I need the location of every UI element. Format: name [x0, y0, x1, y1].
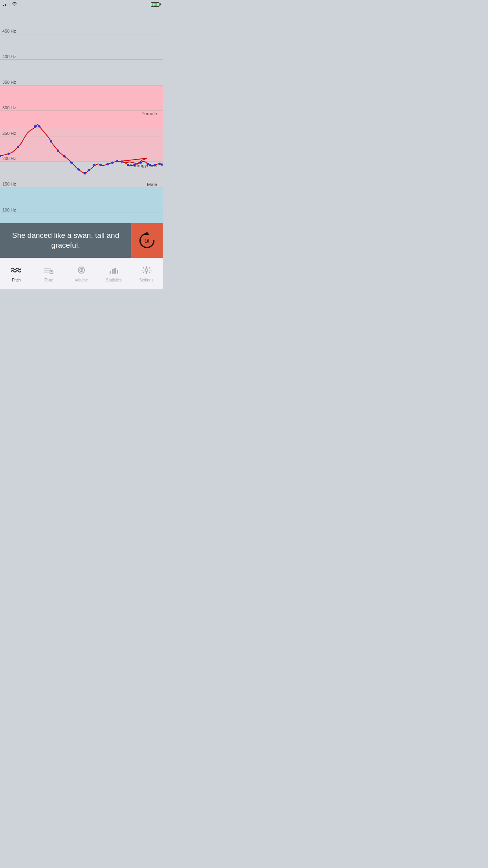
svg-rect-68 — [112, 269, 114, 274]
tab-settings[interactable]: Settings — [130, 258, 163, 289]
svg-point-51 — [147, 163, 149, 165]
svg-point-32 — [17, 146, 19, 148]
status-left — [3, 2, 18, 7]
pitch-chart: 450 Hz 400 Hz 350 Hz 300 Hz 250 Hz 200 H… — [0, 9, 163, 238]
svg-text:150 Hz: 150 Hz — [2, 182, 16, 186]
svg-rect-6 — [0, 85, 163, 162]
settings-icon — [141, 266, 152, 277]
svg-marker-0 — [153, 3, 155, 7]
svg-point-71 — [145, 268, 148, 271]
tab-volume-label: Volume — [75, 278, 88, 282]
tab-pitch[interactable]: Pitch — [0, 258, 33, 289]
svg-text:350 Hz: 350 Hz — [2, 80, 16, 85]
svg-rect-4 — [0, 34, 163, 60]
pitch-icon — [11, 266, 22, 277]
svg-rect-3 — [0, 9, 163, 34]
status-bar — [0, 0, 163, 9]
svg-point-45 — [111, 162, 114, 164]
battery-icon — [151, 2, 160, 7]
svg-point-50 — [139, 162, 142, 164]
svg-point-34 — [38, 125, 40, 128]
tab-tone[interactable]: Tone — [33, 258, 65, 289]
svg-text:450 Hz: 450 Hz — [2, 29, 16, 33]
svg-point-40 — [84, 172, 86, 175]
status-right — [151, 2, 160, 7]
svg-point-38 — [70, 162, 73, 164]
svg-text:300 Hz: 300 Hz — [2, 105, 16, 110]
svg-point-44 — [106, 163, 109, 166]
svg-text:100 Hz: 100 Hz — [2, 208, 16, 212]
svg-point-52 — [149, 164, 151, 166]
svg-text:Female: Female — [141, 111, 157, 116]
tab-tone-label: Tone — [44, 278, 53, 282]
tab-bar: Pitch Tone Volume — [0, 258, 163, 289]
svg-text:10: 10 — [145, 239, 149, 243]
svg-point-33 — [34, 125, 37, 128]
svg-point-49 — [133, 164, 136, 166]
svg-point-36 — [57, 150, 59, 152]
svg-point-47 — [121, 160, 123, 163]
svg-point-48 — [127, 164, 129, 166]
svg-point-42 — [93, 164, 95, 166]
svg-point-46 — [116, 160, 118, 162]
svg-point-37 — [63, 155, 66, 158]
transcription-bar: She danced like a swan, tall and gracefu… — [0, 223, 163, 258]
wifi-icon — [11, 2, 18, 7]
tab-volume[interactable]: Volume — [65, 258, 98, 289]
svg-rect-69 — [114, 268, 116, 274]
tone-icon — [43, 266, 54, 277]
svg-text:400 Hz: 400 Hz — [2, 54, 16, 59]
svg-point-35 — [50, 140, 52, 143]
svg-point-41 — [88, 169, 90, 171]
tab-statistics[interactable]: Statistics — [97, 258, 130, 289]
signal-icon — [3, 2, 10, 6]
svg-text:200 Hz: 200 Hz — [2, 156, 16, 161]
svg-rect-70 — [117, 270, 118, 274]
svg-point-39 — [77, 168, 80, 171]
svg-rect-67 — [110, 271, 111, 274]
tab-statistics-label: Statistics — [106, 278, 122, 282]
svg-text:250 Hz: 250 Hz — [2, 131, 16, 136]
svg-rect-5 — [0, 59, 163, 85]
svg-point-31 — [7, 153, 10, 155]
svg-point-43 — [99, 164, 102, 166]
replay-button[interactable]: 10 — [131, 223, 163, 258]
tab-pitch-label: Pitch — [12, 278, 20, 282]
svg-text:Male: Male — [147, 182, 157, 187]
statistics-icon — [108, 266, 119, 277]
svg-point-54 — [158, 163, 161, 165]
tab-settings-label: Settings — [139, 278, 154, 282]
transcription-text: She danced like a swan, tall and gracefu… — [0, 231, 131, 250]
volume-icon — [76, 266, 87, 277]
svg-point-53 — [154, 164, 156, 166]
